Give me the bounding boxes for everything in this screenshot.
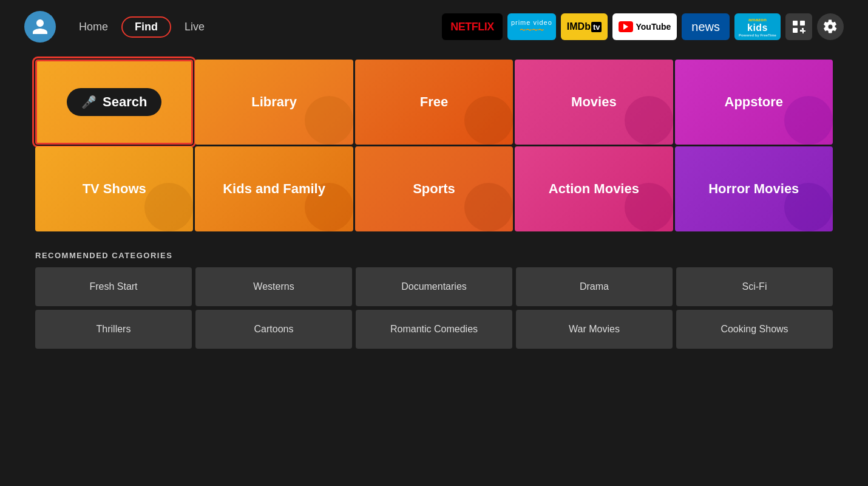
grid-icon-button[interactable] — [785, 13, 812, 40]
recommended-title: RECOMMENDED CATEGORIES — [35, 251, 833, 260]
recommended-section: RECOMMENDED CATEGORIES Fresh Start Weste… — [35, 251, 833, 349]
streaming-logos: NETFLIX prime video 〜〜〜〜 IMDbtv YouTube … — [442, 13, 844, 40]
nav-links: Home Find Live — [70, 16, 213, 38]
rec-westerns[interactable]: Westerns — [195, 267, 352, 306]
recommended-grid: Fresh Start Westerns Documentaries Drama… — [35, 267, 833, 349]
ak-sub-label: Powered by FreeTime — [739, 33, 776, 37]
svg-rect-2 — [793, 28, 798, 33]
library-label: Library — [251, 94, 297, 110]
search-label: Search — [103, 94, 147, 110]
free-label: Free — [420, 94, 448, 110]
action-tile[interactable]: Action Movies — [515, 146, 673, 231]
rec-scifi[interactable]: Sci-Fi — [676, 267, 833, 306]
tvshows-label: TV Shows — [83, 181, 146, 197]
amazon-kids-logo[interactable]: amazon kids Powered by FreeTime — [734, 13, 781, 40]
rec-drama[interactable]: Drama — [516, 267, 673, 306]
netflix-logo[interactable]: NETFLIX — [442, 13, 503, 40]
ak-amazon-label: amazon — [748, 17, 767, 22]
nav-home[interactable]: Home — [70, 17, 117, 37]
main-content: 🎤 Search Library Free Movies Appstore TV… — [0, 53, 868, 349]
nav-find[interactable]: Find — [121, 16, 171, 38]
settings-button[interactable] — [817, 13, 844, 40]
appstore-tile[interactable]: Appstore — [675, 60, 833, 145]
free-tile[interactable]: Free — [355, 60, 513, 145]
search-button[interactable]: 🎤 Search — [67, 88, 161, 116]
header: Home Find Live NETFLIX prime video 〜〜〜〜 … — [0, 0, 868, 53]
library-tile[interactable]: Library — [195, 60, 353, 145]
imdb-logo[interactable]: IMDbtv — [561, 13, 608, 40]
svg-rect-1 — [800, 21, 805, 26]
youtube-logo[interactable]: YouTube — [612, 13, 677, 40]
horror-tile[interactable]: Horror Movies — [675, 146, 833, 231]
youtube-icon — [619, 21, 633, 32]
rec-romcom[interactable]: Romantic Comedies — [356, 310, 512, 349]
imdb-label: IMDbtv — [567, 21, 602, 32]
news-logo[interactable]: news — [682, 13, 730, 40]
movies-label: Movies — [571, 94, 617, 110]
action-label: Action Movies — [549, 181, 639, 197]
rec-thrillers[interactable]: Thrillers — [35, 310, 192, 349]
mic-icon: 🎤 — [81, 95, 97, 109]
rec-cartoons[interactable]: Cartoons — [195, 310, 352, 349]
rec-cooking[interactable]: Cooking Shows — [676, 310, 833, 349]
nav-live[interactable]: Live — [176, 17, 213, 37]
svg-rect-0 — [793, 21, 798, 26]
rec-fresh-start[interactable]: Fresh Start — [35, 267, 192, 306]
movies-tile[interactable]: Movies — [515, 60, 673, 145]
kids-label: Kids and Family — [223, 181, 325, 197]
youtube-label: YouTube — [636, 22, 671, 32]
imdb-tv-label: tv — [591, 22, 602, 32]
ak-kids-label: kids — [747, 22, 768, 33]
prime-top-label: prime video — [511, 19, 552, 26]
search-tile[interactable]: 🎤 Search — [35, 60, 193, 145]
kids-tile[interactable]: Kids and Family — [195, 146, 353, 231]
rec-documentaries[interactable]: Documentaries — [356, 267, 512, 306]
horror-label: Horror Movies — [708, 181, 799, 197]
sports-label: Sports — [413, 181, 455, 197]
tvshows-tile[interactable]: TV Shows — [35, 146, 193, 231]
prime-video-logo[interactable]: prime video 〜〜〜〜 — [507, 13, 556, 40]
category-grid: 🎤 Search Library Free Movies Appstore TV… — [35, 60, 833, 231]
avatar[interactable] — [24, 11, 56, 43]
prime-bottom-label: 〜〜〜〜 — [520, 26, 544, 35]
appstore-label: Appstore — [725, 94, 784, 110]
sports-tile[interactable]: Sports — [355, 146, 513, 231]
rec-war[interactable]: War Movies — [516, 310, 673, 349]
